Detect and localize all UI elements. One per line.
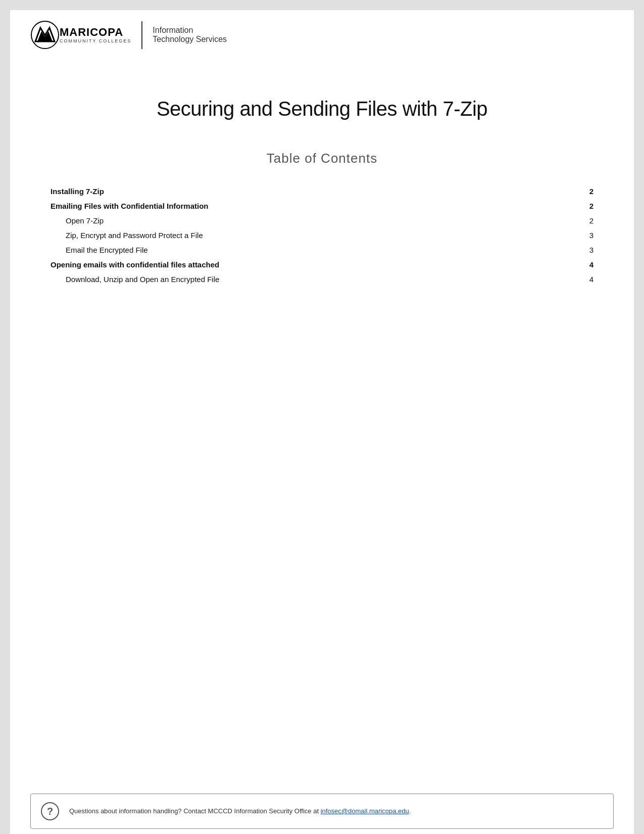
header-info-line2: Technology Services (153, 35, 227, 44)
toc-title: Table of Contents (51, 151, 593, 166)
footer-email-link[interactable]: infosec@domail.maricopa.edu (321, 807, 409, 815)
header-info-line1: Information (153, 26, 227, 35)
toc-item-label: Emailing Files with Confidential Informa… (51, 202, 209, 210)
toc-item-page: 2 (589, 187, 593, 196)
toc-row: Installing 7-Zip2 (51, 184, 593, 199)
toc-item-page: 3 (589, 246, 593, 254)
maricopa-logo-icon (30, 20, 60, 50)
toc-row: Open 7-Zip2 (51, 213, 593, 228)
page-title: Securing and Sending Files with 7-Zip (51, 98, 593, 120)
header-info: Information Technology Services (153, 26, 227, 44)
table-of-contents: Installing 7-Zip2Emailing Files with Con… (51, 184, 593, 287)
toc-row: Download, Unzip and Open an Encrypted Fi… (51, 272, 593, 287)
toc-row: Emailing Files with Confidential Informa… (51, 199, 593, 213)
logo-text: MARICOPA COMMUNITY COLLEGES (60, 26, 131, 43)
svg-text:?: ? (47, 806, 53, 817)
footer-section: ? Questions about information handling? … (30, 794, 614, 829)
toc-item-page: 4 (589, 275, 593, 284)
toc-row: Zip, Encrypt and Password Protect a File… (51, 228, 593, 243)
toc-item-label: Download, Unzip and Open an Encrypted Fi… (51, 275, 219, 284)
toc-item-page: 2 (589, 202, 593, 210)
toc-item-page: 4 (589, 260, 593, 269)
question-mark-icon: ? (40, 801, 60, 821)
logo-sub: COMMUNITY COLLEGES (60, 38, 131, 43)
toc-item-label: Open 7-Zip (51, 216, 104, 225)
toc-item-label: Email the Encrypted File (51, 246, 148, 254)
footer-text: Questions about information handling? Co… (69, 806, 411, 816)
toc-item-label: Installing 7-Zip (51, 187, 104, 196)
toc-row: Opening emails with confidential files a… (51, 257, 593, 272)
logo-section: MARICOPA COMMUNITY COLLEGES (30, 20, 131, 50)
logo-name: MARICOPA (60, 26, 131, 38)
footer-body-text: Questions about information handling? Co… (69, 807, 321, 815)
toc-row: Email the Encrypted File3 (51, 243, 593, 257)
page-header: MARICOPA COMMUNITY COLLEGES Information … (10, 10, 634, 57)
toc-item-label: Zip, Encrypt and Password Protect a File (51, 231, 203, 240)
header-divider (141, 21, 142, 49)
toc-item-page: 2 (589, 216, 593, 225)
document-page: MARICOPA COMMUNITY COLLEGES Information … (10, 10, 634, 834)
main-content: Securing and Sending Files with 7-Zip Ta… (10, 57, 634, 794)
toc-item-page: 3 (589, 231, 593, 240)
toc-item-label: Opening emails with confidential files a… (51, 260, 219, 269)
